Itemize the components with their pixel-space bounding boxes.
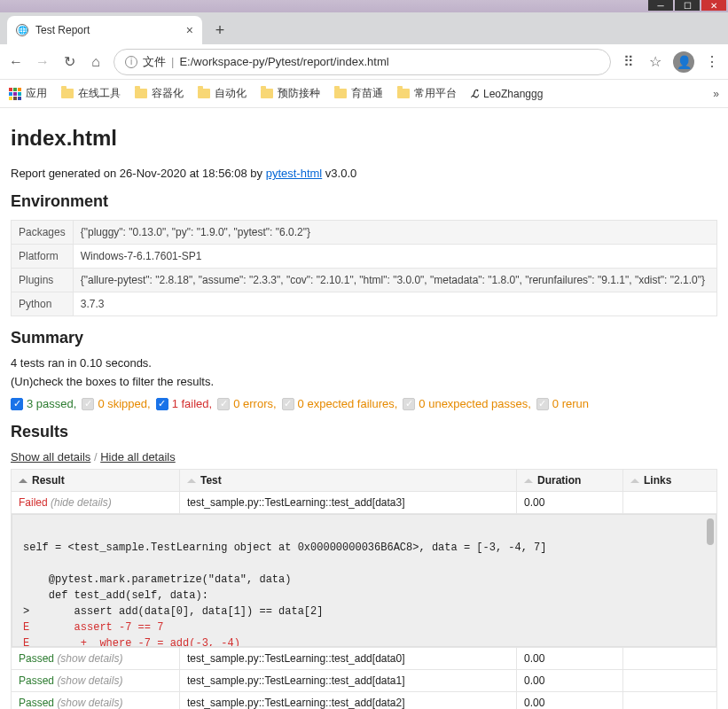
globe-icon: 🌐 bbox=[16, 24, 28, 36]
checkbox-icon[interactable]: ✓ bbox=[156, 398, 168, 410]
browser-tab[interactable]: 🌐 Test Report × bbox=[7, 16, 202, 44]
star-icon[interactable]: ☆ bbox=[646, 53, 664, 71]
site-info-icon[interactable]: i bbox=[125, 56, 137, 68]
apps-icon bbox=[9, 88, 21, 100]
apps-button[interactable]: 应用 bbox=[9, 86, 47, 101]
tab-close-icon[interactable]: × bbox=[186, 23, 193, 37]
filter-xfail[interactable]: ✓0 expected failures, bbox=[282, 397, 398, 410]
result-cell[interactable]: Passed (show details) bbox=[12, 670, 180, 692]
maximize-button[interactable]: ☐ bbox=[675, 0, 700, 11]
duration-cell: 0.00 bbox=[517, 692, 623, 710]
scrollbar-thumb[interactable] bbox=[707, 518, 714, 545]
bookmark-folder[interactable]: 育苗通 bbox=[334, 86, 383, 101]
filter-errors[interactable]: ✓0 errors, bbox=[217, 397, 276, 410]
window-titlebar: ─ ☐ ✕ bbox=[0, 0, 728, 12]
result-cell[interactable]: Passed (show details) bbox=[12, 692, 180, 710]
profile-avatar[interactable]: 👤 bbox=[673, 51, 694, 73]
links-cell bbox=[623, 492, 717, 514]
result-row: Passed (show details) test_sample.py::Te… bbox=[12, 670, 717, 692]
bookmarks-overflow-icon[interactable]: » bbox=[713, 88, 719, 100]
url-sep: | bbox=[171, 55, 174, 68]
env-row: Plugins{"allure-pytest": "2.8.18", "assu… bbox=[12, 269, 717, 292]
duration-cell: 0.00 bbox=[517, 648, 623, 670]
url-text: E:/workspace-py/Pytest/report/index.html bbox=[179, 55, 388, 68]
reload-button[interactable]: ↻ bbox=[60, 53, 78, 71]
results-table: Result Test Duration Links Failed (hide … bbox=[11, 469, 717, 709]
menu-icon[interactable]: ⋮ bbox=[703, 53, 721, 71]
hide-all-link[interactable]: Hide all details bbox=[100, 450, 176, 464]
summary-heading: Summary bbox=[11, 329, 717, 347]
bookmark-icon: ℒ bbox=[471, 88, 479, 100]
filter-skipped[interactable]: ✓0 skipped, bbox=[82, 397, 150, 410]
bookmark-folder[interactable]: 预防接种 bbox=[261, 86, 320, 101]
tab-title: Test Report bbox=[35, 24, 90, 36]
traceback-panel[interactable]: self = <test_sample.TestLearning object … bbox=[12, 514, 716, 647]
env-row: Python3.7.3 bbox=[12, 292, 717, 316]
url-file-label: 文件 bbox=[143, 54, 166, 70]
checkbox-icon[interactable]: ✓ bbox=[403, 398, 415, 410]
sort-icon bbox=[524, 479, 533, 483]
browser-window: ─ ☐ ✕ 🌐 Test Report × + ← → ↻ ⌂ i 文件 | E… bbox=[0, 0, 728, 709]
result-row: Passed (show details) test_sample.py::Te… bbox=[12, 692, 717, 710]
filter-passed[interactable]: ✓3 passed, bbox=[11, 397, 76, 410]
bookmark-folder[interactable]: 常用平台 bbox=[397, 86, 457, 101]
filter-rerun[interactable]: ✓0 rerun bbox=[536, 397, 589, 410]
env-row: PlatformWindows-7-6.1.7601-SP1 bbox=[12, 245, 717, 269]
test-cell: test_sample.py::TestLearning::test_add[d… bbox=[180, 692, 517, 710]
col-links[interactable]: Links bbox=[623, 470, 717, 492]
summary-hint: (Un)check the boxes to filter the result… bbox=[11, 375, 717, 388]
test-cell: test_sample.py::TestLearning::test_add[d… bbox=[180, 492, 517, 514]
home-button[interactable]: ⌂ bbox=[87, 53, 105, 71]
links-cell bbox=[623, 648, 717, 670]
forward-button[interactable]: → bbox=[34, 53, 51, 71]
translate-icon[interactable]: ⠿ bbox=[620, 53, 638, 71]
address-bar[interactable]: i 文件 | E:/workspace-py/Pytest/report/ind… bbox=[114, 49, 611, 75]
filter-failed[interactable]: ✓1 failed, bbox=[156, 397, 213, 410]
detail-links: Show all details / Hide all details bbox=[11, 450, 717, 464]
window-buttons: ─ ☐ ✕ bbox=[648, 0, 728, 12]
page-content: index.html Report generated on 26-Nov-20… bbox=[0, 108, 728, 709]
show-all-link[interactable]: Show all details bbox=[11, 450, 90, 464]
duration-cell: 0.00 bbox=[517, 670, 623, 692]
filter-xpass[interactable]: ✓0 unexpected passes, bbox=[403, 397, 530, 410]
test-cell: test_sample.py::TestLearning::test_add[d… bbox=[180, 648, 517, 670]
bookmarks-bar: 应用 在线工具 容器化 自动化 预防接种 育苗通 常用平台 ℒLeoZhangg… bbox=[0, 80, 728, 108]
checkbox-icon[interactable]: ✓ bbox=[217, 398, 230, 410]
checkbox-icon[interactable]: ✓ bbox=[11, 398, 23, 410]
summary-line: 4 tests ran in 0.10 seconds. bbox=[11, 356, 717, 370]
environment-heading: Environment bbox=[11, 192, 717, 211]
bookmark-folder[interactable]: 自动化 bbox=[198, 86, 247, 101]
folder-icon bbox=[135, 89, 147, 98]
result-cell[interactable]: Failed (hide details) bbox=[12, 492, 180, 514]
result-row: Passed (show details) test_sample.py::Te… bbox=[12, 648, 717, 670]
col-result[interactable]: Result bbox=[12, 470, 180, 492]
bookmark-folder[interactable]: 容器化 bbox=[135, 86, 184, 101]
new-tab-button[interactable]: + bbox=[207, 18, 232, 43]
back-button[interactable]: ← bbox=[7, 53, 25, 71]
pytest-html-link[interactable]: pytest-html bbox=[266, 167, 323, 180]
checkbox-icon[interactable]: ✓ bbox=[536, 398, 549, 410]
summary-filters: ✓3 passed, ✓0 skipped, ✓1 failed, ✓0 err… bbox=[11, 397, 717, 410]
result-row: Failed (hide details) test_sample.py::Te… bbox=[12, 492, 717, 514]
folder-icon bbox=[261, 89, 273, 98]
checkbox-icon[interactable]: ✓ bbox=[82, 398, 94, 410]
apps-label: 应用 bbox=[26, 86, 47, 101]
folder-icon bbox=[198, 89, 210, 98]
test-cell: test_sample.py::TestLearning::test_add[d… bbox=[180, 670, 517, 692]
folder-icon bbox=[61, 89, 74, 98]
duration-cell: 0.00 bbox=[517, 492, 623, 514]
minimize-button[interactable]: ─ bbox=[648, 0, 673, 11]
bookmark-folder[interactable]: 在线工具 bbox=[61, 86, 121, 101]
col-duration[interactable]: Duration bbox=[517, 470, 623, 492]
links-cell bbox=[623, 670, 717, 692]
bookmark-item[interactable]: ℒLeoZhanggg bbox=[471, 88, 543, 100]
window-close-button[interactable]: ✕ bbox=[701, 0, 726, 11]
environment-table: Packages{"pluggy": "0.13.0", "py": "1.9.… bbox=[11, 220, 717, 316]
links-cell bbox=[623, 692, 717, 710]
generated-line: Report generated on 26-Nov-2020 at 18:56… bbox=[11, 167, 717, 180]
toolbar: ← → ↻ ⌂ i 文件 | E:/workspace-py/Pytest/re… bbox=[0, 44, 728, 80]
checkbox-icon[interactable]: ✓ bbox=[282, 398, 294, 410]
env-row: Packages{"pluggy": "0.13.0", "py": "1.9.… bbox=[12, 221, 717, 245]
result-cell[interactable]: Passed (show details) bbox=[12, 648, 180, 670]
col-test[interactable]: Test bbox=[180, 470, 517, 492]
